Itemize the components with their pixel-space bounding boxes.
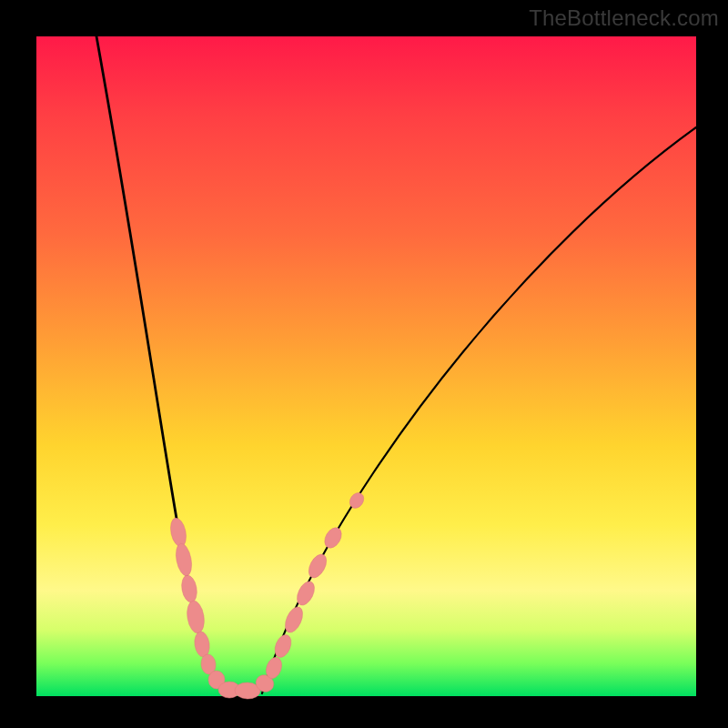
bead bbox=[174, 542, 195, 577]
curve-left-branch bbox=[96, 36, 227, 693]
bead bbox=[168, 517, 188, 549]
plot-area bbox=[36, 36, 696, 696]
bead bbox=[193, 631, 211, 658]
beads-group bbox=[168, 490, 367, 700]
bead bbox=[305, 551, 329, 581]
bead bbox=[185, 600, 206, 634]
plot-svg bbox=[36, 36, 696, 696]
watermark-text: TheBottleneck.com bbox=[529, 5, 719, 31]
chart-frame: TheBottleneck.com bbox=[0, 0, 728, 728]
bead bbox=[321, 525, 345, 551]
curve-right-branch bbox=[262, 127, 696, 693]
bead bbox=[180, 574, 199, 603]
